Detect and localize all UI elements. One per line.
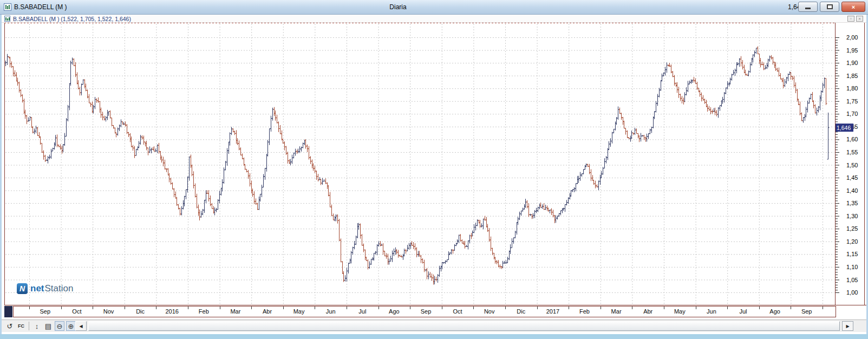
svg-text:1,35: 1,35 (846, 200, 858, 206)
svg-text:1,20: 1,20 (846, 238, 858, 245)
month-boundary-tick (791, 307, 791, 309)
chart-icon (4, 16, 10, 22)
month-label: Jun (326, 308, 336, 315)
window-controls: × (798, 2, 865, 12)
window-title: B.SABADELL (M ) (14, 3, 67, 11)
month-label: May (293, 308, 305, 315)
month-boundary-tick (410, 307, 410, 309)
screen: { "window": { "title": "B.SABADELL (M )"… (0, 0, 868, 339)
timeframe-label: Diaria (389, 3, 406, 11)
svg-text:1,10: 1,10 (846, 264, 858, 270)
svg-text:1,85: 1,85 (846, 73, 858, 79)
maximize-icon (827, 4, 833, 9)
month-boundary-tick (378, 307, 379, 309)
month-label: May (674, 308, 686, 315)
svg-text:1,50: 1,50 (846, 162, 858, 168)
month-label: Sep (40, 308, 51, 315)
month-label: 2016 (165, 308, 178, 315)
month-label: Ago (769, 308, 780, 315)
month-label: Mar (230, 308, 240, 315)
ohlc-bars-down (8, 47, 827, 285)
svg-text:1,60: 1,60 (846, 136, 858, 142)
svg-text:1,646: 1,646 (837, 125, 851, 131)
window-bottom-border (0, 334, 868, 339)
month-boundary-tick (505, 307, 506, 309)
month-label: Dic (517, 308, 525, 315)
netstation-logo-station: Station (45, 283, 74, 294)
month-label: Oct (453, 308, 462, 315)
netstation-logo-icon: N (17, 283, 28, 294)
month-boundary-tick (759, 307, 760, 309)
svg-text:1,95: 1,95 (846, 47, 858, 54)
scroll-left-button[interactable]: ◀ (75, 321, 87, 331)
close-button[interactable]: × (841, 2, 865, 12)
zoom-page-icon[interactable]: ▤ (43, 321, 53, 331)
month-boundary-tick (664, 307, 664, 309)
month-boundary-tick (696, 307, 696, 309)
month-label: Feb (579, 308, 590, 315)
price-axis[interactable]: 2,001,951,901,851,801,751,701,651,601,55… (836, 23, 866, 305)
svg-text:1,30: 1,30 (846, 213, 858, 219)
svg-text:1,40: 1,40 (846, 187, 858, 194)
month-boundary-tick (61, 307, 62, 309)
month-label: Dic (136, 308, 145, 315)
app-icon (4, 3, 11, 11)
minimize-button[interactable] (798, 2, 818, 12)
month-label: Feb (199, 308, 209, 315)
close-window-button[interactable]: × (856, 16, 863, 22)
month-label: Abr (643, 308, 652, 315)
month-label: Mar (611, 308, 622, 315)
month-label: Jul (358, 308, 366, 315)
function-editor-icon[interactable]: FC (16, 321, 26, 331)
month-boundary-tick (283, 307, 284, 309)
month-boundary-tick (569, 307, 569, 309)
netstation-logo: N net Station (17, 283, 73, 294)
month-label: Sep (801, 308, 812, 315)
month-boundary-tick (93, 307, 93, 309)
month-label: Oct (72, 308, 81, 315)
time-axis[interactable]: SepOctNovDic2016FebMarAbrMayJunJulAgoSep… (4, 305, 836, 318)
chart-window-header: B.SABADELL (M ) (1,522, 1,705, 1,522, 1,… (2, 15, 866, 23)
month-label: Abr (263, 308, 272, 315)
axis-corner-block (4, 306, 12, 317)
month-boundary-tick (442, 307, 442, 309)
restore-window-button[interactable]: ▫ (847, 16, 854, 22)
chart-window: B.SABADELL (M ) (1,522, 1,705, 1,522, 1,… (2, 15, 866, 334)
toolbar-separator (29, 322, 29, 330)
svg-text:1,15: 1,15 (846, 251, 858, 257)
month-label: Sep (421, 308, 432, 315)
svg-text:1,45: 1,45 (846, 174, 858, 181)
month-boundary-tick (220, 307, 220, 309)
month-boundary-tick (315, 307, 315, 309)
svg-text:1,80: 1,80 (846, 85, 858, 92)
netstation-logo-net: net (30, 283, 44, 294)
month-boundary-tick (347, 307, 347, 309)
data-feed-icon[interactable]: ↺ (5, 321, 15, 331)
svg-text:2,00: 2,00 (846, 34, 858, 41)
month-boundary-tick (632, 307, 632, 309)
svg-text:1,05: 1,05 (846, 277, 858, 283)
month-label: Jul (739, 308, 747, 315)
month-boundary-tick (125, 307, 125, 309)
month-boundary-tick (156, 307, 156, 309)
month-boundary-tick (537, 307, 538, 309)
svg-text:1,25: 1,25 (846, 225, 858, 232)
price-chart-canvas[interactable] (4, 23, 836, 305)
scroll-right-button[interactable]: ▶ (842, 321, 853, 331)
month-label: 2017 (546, 308, 559, 315)
month-label: Nov (484, 308, 495, 315)
month-label: Ago (389, 308, 400, 315)
zoom-in-icon[interactable]: ⊕ (66, 321, 76, 331)
svg-text:1,55: 1,55 (846, 149, 858, 155)
titlebar: B.SABADELL (M ) Diaria 1,646 × (0, 0, 868, 15)
svg-text:1,90: 1,90 (846, 60, 858, 66)
svg-text:1,00: 1,00 (846, 289, 858, 296)
month-boundary-tick (251, 307, 252, 309)
svg-text:1,70: 1,70 (846, 110, 858, 117)
month-boundary-tick (473, 307, 474, 309)
scrollbar-thumb[interactable] (88, 321, 840, 331)
month-boundary-tick (727, 307, 728, 309)
zoom-out-icon[interactable]: ⊖ (55, 321, 64, 331)
maximize-button[interactable] (820, 2, 839, 12)
fit-vertical-scale-icon[interactable]: ↕ (32, 321, 42, 331)
